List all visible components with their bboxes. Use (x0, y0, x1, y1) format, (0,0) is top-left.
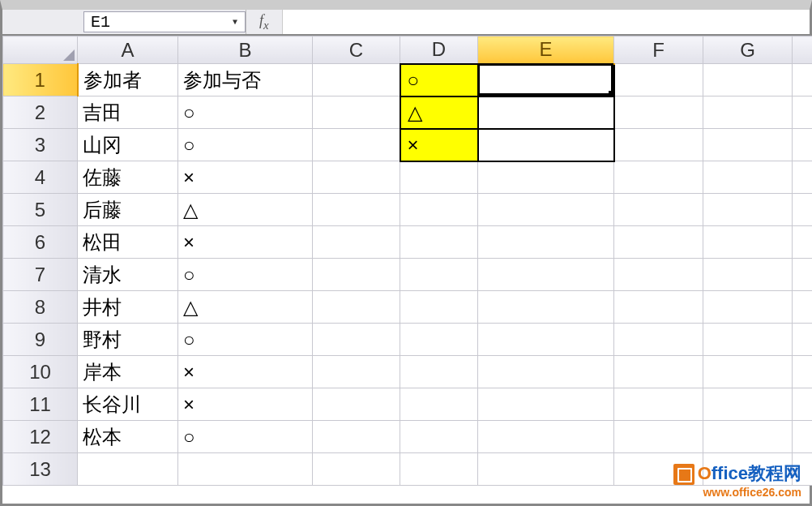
cell-E1[interactable] (478, 64, 614, 96)
row-header-13[interactable]: 13 (3, 453, 78, 486)
row-header-5[interactable]: 5 (3, 194, 78, 226)
cell-C11[interactable] (313, 388, 400, 421)
cell-C10[interactable] (313, 356, 400, 388)
cell-C2[interactable] (313, 96, 400, 129)
row-header-11[interactable]: 11 (3, 388, 78, 421)
cell-D7[interactable] (400, 259, 478, 291)
cell-F1[interactable] (614, 64, 703, 96)
cell-D9[interactable] (400, 324, 478, 356)
cell-D3[interactable]: × (400, 129, 478, 161)
cell-F9[interactable] (614, 324, 703, 356)
cell-A10[interactable]: 岸本 (78, 356, 178, 388)
cell-D5[interactable] (400, 194, 478, 226)
cell-A7[interactable]: 清水 (78, 259, 178, 291)
col-header-G[interactable]: G (703, 36, 793, 64)
cell-G10[interactable] (703, 356, 793, 388)
cell-edge-1[interactable] (793, 64, 813, 96)
cell-B8[interactable]: △ (178, 291, 313, 324)
cell-edge-9[interactable] (793, 324, 813, 356)
cell-edge-5[interactable] (793, 194, 813, 226)
col-header-C[interactable]: C (313, 36, 400, 64)
cell-G6[interactable] (703, 226, 793, 259)
cell-F8[interactable] (614, 291, 703, 324)
cell-B10[interactable]: × (178, 356, 313, 388)
cell-G8[interactable] (703, 291, 793, 324)
cell-E5[interactable] (478, 194, 614, 226)
cell-F7[interactable] (614, 259, 703, 291)
row-header-1[interactable]: 1 (3, 64, 78, 96)
cell-B5[interactable]: △ (178, 194, 313, 226)
cell-C8[interactable] (313, 291, 400, 324)
cell-E12[interactable] (478, 421, 614, 453)
cell-edge-10[interactable] (793, 356, 813, 388)
row-header-9[interactable]: 9 (3, 324, 78, 356)
cell-D4[interactable] (400, 161, 478, 194)
cell-A2[interactable]: 吉田 (78, 96, 178, 129)
cell-A4[interactable]: 佐藤 (78, 161, 178, 194)
cell-D12[interactable] (400, 421, 478, 453)
col-header-D[interactable]: D (400, 36, 478, 64)
formula-input[interactable] (282, 10, 810, 34)
cell-F4[interactable] (614, 161, 703, 194)
cell-C4[interactable] (313, 161, 400, 194)
fx-icon[interactable]: fx (254, 12, 274, 32)
col-header-B[interactable]: B (178, 36, 313, 64)
cell-E4[interactable] (478, 161, 614, 194)
cell-C3[interactable] (313, 129, 400, 161)
cell-E11[interactable] (478, 388, 614, 421)
cell-D8[interactable] (400, 291, 478, 324)
cell-A5[interactable]: 后藤 (78, 194, 178, 226)
cell-F10[interactable] (614, 356, 703, 388)
cell-G4[interactable] (703, 161, 793, 194)
worksheet-grid[interactable]: A B C D E F G 1 参加者 参加与否 ○ (2, 36, 812, 486)
cell-A13[interactable] (78, 453, 178, 486)
row-header-4[interactable]: 4 (3, 161, 78, 194)
cell-F2[interactable] (614, 96, 703, 129)
cell-A8[interactable]: 井村 (78, 291, 178, 324)
col-header-E[interactable]: E (478, 36, 614, 64)
cell-C13[interactable] (313, 453, 400, 486)
cell-D6[interactable] (400, 226, 478, 259)
cell-B9[interactable]: ○ (178, 324, 313, 356)
cell-A1[interactable]: 参加者 (78, 64, 178, 96)
cell-E13[interactable] (478, 453, 614, 486)
row-header-2[interactable]: 2 (3, 96, 78, 129)
cell-G9[interactable] (703, 324, 793, 356)
cell-B2[interactable]: ○ (178, 96, 313, 129)
cell-F12[interactable] (614, 421, 703, 453)
name-box[interactable]: E1 ▼ (83, 11, 246, 32)
cell-D10[interactable] (400, 356, 478, 388)
cell-E8[interactable] (478, 291, 614, 324)
col-header-A[interactable]: A (78, 36, 178, 64)
cell-edge-11[interactable] (793, 388, 813, 421)
cell-B3[interactable]: ○ (178, 129, 313, 161)
cell-G5[interactable] (703, 194, 793, 226)
cell-E3[interactable] (478, 129, 614, 161)
row-header-10[interactable]: 10 (3, 356, 78, 388)
cell-edge-12[interactable] (793, 421, 813, 453)
name-box-dropdown-icon[interactable]: ▼ (229, 15, 241, 28)
cell-edge-4[interactable] (793, 161, 813, 194)
cell-B13[interactable] (178, 453, 313, 486)
cell-G3[interactable] (703, 129, 793, 161)
cell-E7[interactable] (478, 259, 614, 291)
cell-B6[interactable]: × (178, 226, 313, 259)
cell-D11[interactable] (400, 388, 478, 421)
cell-E2[interactable] (478, 96, 614, 129)
cell-F6[interactable] (614, 226, 703, 259)
cell-A6[interactable]: 松田 (78, 226, 178, 259)
col-header-F[interactable]: F (614, 36, 703, 64)
cell-E6[interactable] (478, 226, 614, 259)
cell-B11[interactable]: × (178, 388, 313, 421)
cell-G2[interactable] (703, 96, 793, 129)
cell-E9[interactable] (478, 324, 614, 356)
cell-B7[interactable]: ○ (178, 259, 313, 291)
cell-D2[interactable]: △ (400, 96, 478, 129)
cell-A3[interactable]: 山冈 (78, 129, 178, 161)
cell-C6[interactable] (313, 226, 400, 259)
cell-edge-8[interactable] (793, 291, 813, 324)
cell-B1[interactable]: 参加与否 (178, 64, 313, 96)
select-all-corner[interactable] (3, 36, 78, 64)
cell-A12[interactable]: 松本 (78, 421, 178, 453)
cell-edge-3[interactable] (793, 129, 813, 161)
